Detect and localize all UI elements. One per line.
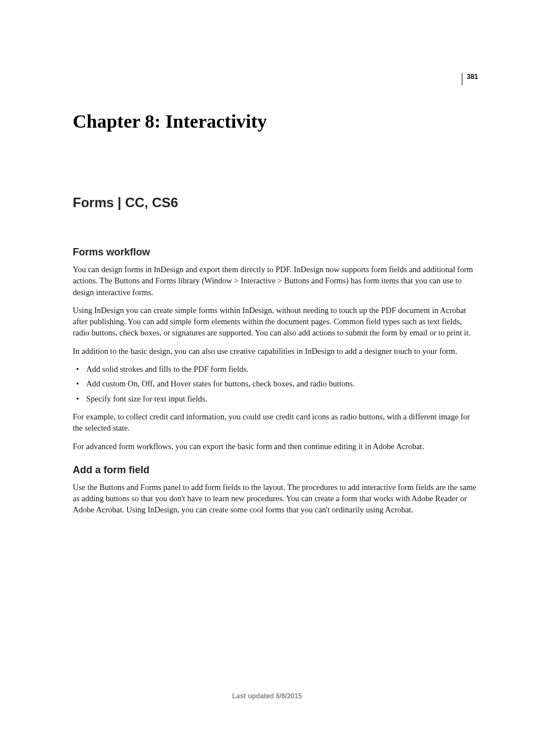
chapter-title: Chapter 8: Interactivity [73,111,478,132]
footer-last-updated: Last updated 6/6/2015 [0,692,534,700]
paragraph: For example, to collect credit card info… [73,411,478,434]
paragraph: Using InDesign you can create simple for… [73,305,478,339]
subsection-title: Forms workflow [73,246,478,258]
page-content: Chapter 8: Interactivity Forms | CC, CS6… [0,0,534,516]
subsection-title: Add a form field [73,464,478,476]
list-item: Specify font size for text input fields. [73,393,478,404]
list-item: Add solid strokes and fills to the PDF f… [73,363,478,375]
subsection-add-form-field: Add a form field Use the Buttons and For… [73,464,478,516]
page-number: 381 [462,73,478,85]
paragraph: Use the Buttons and Forms panel to add f… [73,482,478,516]
paragraph: For advanced form workflows, you can exp… [73,441,478,452]
paragraph: You can design forms in InDesign and exp… [73,264,478,298]
paragraph: In addition to the basic design, you can… [73,346,478,357]
section-title: Forms | CC, CS6 [73,195,478,211]
list-item: Add custom On, Off, and Hover states for… [73,378,478,389]
bullet-list: Add solid strokes and fills to the PDF f… [73,363,478,404]
subsection-forms-workflow: Forms workflow You can design forms in I… [73,246,478,452]
